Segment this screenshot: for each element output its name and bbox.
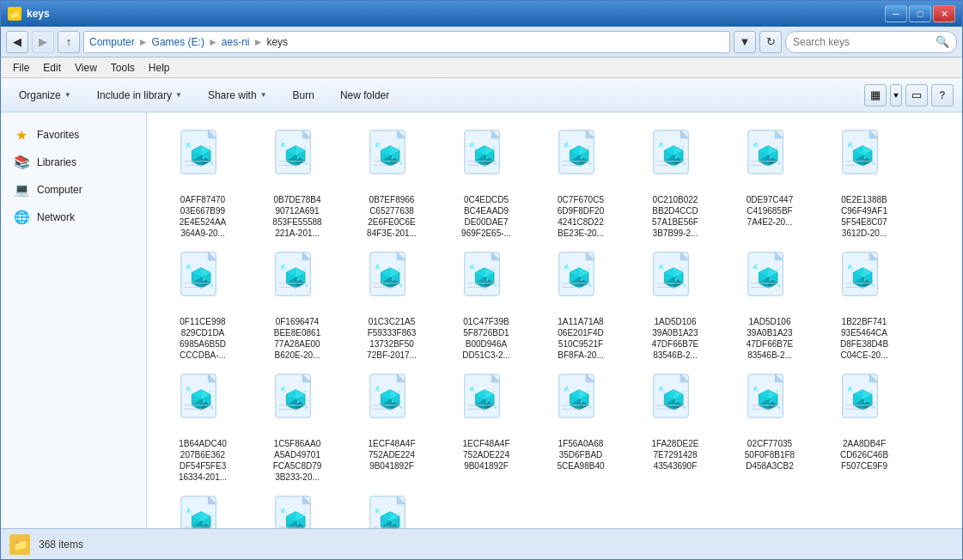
file-icon [266, 129, 328, 191]
preview-pane-button[interactable]: ▭ [905, 84, 928, 107]
file-item[interactable]: 2E73FFD219D55DBBE1C99C142D [344, 487, 439, 528]
minimize-button[interactable]: ─ [885, 5, 907, 22]
file-item[interactable]: 2AF2DEF2D834DF0FFFA2E4314EB [155, 487, 250, 528]
file-item[interactable]: 0B7DE78B490712A691853FE55588221A-201... [250, 121, 344, 243]
sidebar-item-favorites[interactable]: ★ Favorites [1, 121, 146, 149]
file-icon [550, 251, 612, 313]
file-item[interactable]: 0AFF8747003E667B992E4E524AA364A9-20... [155, 121, 250, 243]
file-label: 0C4EDCD5BC4EAAD9DE00DAE7969F2E65-... [461, 194, 511, 239]
file-item[interactable]: 0DE97C447C419685BF7A4E2-20... [722, 121, 817, 243]
share-with-dropdown-icon: ▼ [260, 91, 267, 99]
svg-point-310 [567, 389, 570, 393]
svg-point-207 [682, 268, 685, 271]
status-folder-icon: 📁 [9, 534, 30, 555]
svg-point-160 [378, 267, 381, 271]
help-button[interactable]: ? [931, 84, 954, 107]
window-title: keys [27, 8, 50, 20]
svg-point-342 [777, 390, 779, 393]
file-item[interactable]: 02CF7703550F0F8B1F8D458A3CB2 [722, 365, 817, 487]
sidebar-item-computer[interactable]: 💻 Computer [1, 176, 146, 204]
svg-point-70 [567, 145, 570, 149]
sidebar-label-favorites: Favorites [37, 129, 79, 141]
dropdown-button[interactable]: ▼ [734, 31, 756, 53]
file-item[interactable]: 1ECF48A4F752ADE2249B041892F [439, 365, 533, 487]
file-item[interactable]: 0F11CE998829CD1DA6985A6B5DCCCDBA-... [155, 243, 250, 365]
view-dropdown-button[interactable]: ▼ [890, 84, 902, 107]
file-icon [833, 373, 895, 435]
maximize-button[interactable]: □ [909, 5, 931, 22]
file-item[interactable]: 0C7F670C56D9F8DF204241C8D22BE23E-20... [533, 121, 628, 243]
sidebar-item-network[interactable]: 🌐 Network [1, 204, 146, 231]
svg-point-146 [305, 284, 308, 287]
svg-point-87 [682, 146, 685, 149]
menu-tools[interactable]: Tools [104, 60, 142, 76]
file-item[interactable]: 1B22BF74193E5464CAD8FE38D4BC04CE-20... [817, 243, 911, 365]
svg-point-26 [305, 162, 308, 165]
refresh-button[interactable]: ↻ [759, 31, 782, 53]
file-icon [361, 373, 423, 435]
file-item[interactable]: 2AA8DB4FCD626C46BF507CE9F9 [817, 365, 911, 487]
breadcrumb-games[interactable]: Games (E:) [152, 36, 204, 48]
search-box[interactable]: 🔍 [785, 31, 957, 53]
menu-edit[interactable]: Edit [36, 60, 68, 76]
back-button[interactable]: ◀ [6, 31, 28, 53]
svg-point-370 [189, 511, 192, 514]
svg-point-131 [210, 284, 213, 287]
svg-point-251 [210, 406, 213, 409]
file-area[interactable]: 0AFF8747003E667B992E4E524AA364A9-20... [147, 113, 962, 528]
search-input[interactable] [793, 36, 932, 48]
file-item[interactable]: 01C3C21A5F59333F86313732BF5072BF-2017... [344, 243, 439, 365]
breadcrumb-computer[interactable]: Computer [89, 36, 135, 48]
file-icon [739, 129, 801, 191]
forward-button[interactable]: ▶ [32, 31, 54, 53]
file-item[interactable]: 1AD5D10639A0B1A2347DF66B7E83546B-2... [628, 243, 722, 365]
main-window: 📁 keys ─ □ ✕ ◀ ▶ ↑ Computer ► Games (E:)… [0, 0, 963, 560]
breadcrumb-aes-ni[interactable]: aes-ni [222, 36, 250, 48]
svg-point-372 [210, 512, 212, 514]
include-library-button[interactable]: Include in library ▼ [88, 83, 192, 107]
svg-point-236 [872, 284, 875, 287]
file-item[interactable]: 1B64ADC40207B6E362DF54F5FE316334-201... [155, 365, 250, 487]
file-item[interactable]: 0F1696474BEE8E086177A28AE00B620E-20... [250, 243, 344, 365]
menu-view[interactable]: View [68, 60, 104, 76]
svg-point-192 [588, 268, 590, 271]
svg-point-387 [304, 512, 307, 514]
file-item[interactable]: 0C210B022BB2D4CCD57A1BE56F3B7B99-2... [628, 121, 722, 243]
up-button[interactable]: ↑ [58, 31, 80, 53]
close-button[interactable]: ✕ [933, 5, 955, 22]
file-label: 2AA8DB4FCD626C46BF507CE9F9 [840, 438, 888, 472]
toolbar: Organize ▼ Include in library ▼ Share wi… [1, 78, 962, 113]
svg-point-10 [189, 145, 192, 149]
file-item[interactable]: 1F56A0A6835D6FBAD5CEA98B40 [533, 365, 628, 487]
svg-point-56 [494, 162, 497, 165]
share-with-button[interactable]: Share with ▼ [198, 83, 277, 107]
file-icon [644, 373, 706, 435]
file-icon [739, 251, 801, 313]
file-item[interactable]: 1AD5D10639A0B1A2347DF66B7E83546B-2... [722, 243, 817, 365]
menu-help[interactable]: Help [142, 60, 177, 76]
file-label: 0E2E1388BC96F49AF15F54E8C073612D-20... [841, 194, 887, 239]
file-label: 01C3C21A5F59333F86313732BF5072BF-2017... [367, 316, 417, 361]
svg-point-71 [588, 162, 591, 165]
svg-point-265 [283, 389, 287, 393]
network-icon: 🌐 [13, 209, 30, 226]
new-folder-button[interactable]: New folder [331, 83, 399, 107]
view-toggle-button[interactable]: ▦ [864, 84, 887, 107]
file-label: 02CF7703550F0F8B1F8D458A3CB2 [745, 438, 795, 472]
file-item[interactable]: 2D6F8D47FD2605FC6102502C127 [250, 487, 344, 528]
file-item[interactable]: 0C4EDCD5BC4EAAD9DE00DAE7969F2E65-... [439, 121, 533, 243]
file-item[interactable]: 0E2E1388BC96F49AF15F54E8C073612D-20... [817, 121, 911, 243]
file-item[interactable]: 1ECF48A4F752ADE2249B041892F [344, 365, 439, 487]
menu-file[interactable]: File [6, 60, 36, 76]
organize-button[interactable]: Organize ▼ [9, 83, 81, 107]
svg-point-175 [472, 267, 476, 271]
breadcrumb-bar[interactable]: Computer ► Games (E:) ► aes-ni ► keys [83, 31, 730, 53]
burn-button[interactable]: Burn [283, 83, 324, 107]
file-item[interactable]: 1FA28DE2E7E729142843543690F [628, 365, 722, 487]
file-item[interactable]: 0B7EF8966C652776382E6FE0C6E84F3E-201... [344, 121, 439, 243]
svg-point-356 [872, 406, 875, 409]
file-item[interactable]: 1A11A71A806E201F4D510C9521FBF8FA-20... [533, 243, 628, 365]
file-item[interactable]: 1C5F86AA0A5AD49701FCA5C8D793B233-20... [250, 365, 344, 487]
file-item[interactable]: 01C47F39B5F8726BD1B00D946ADD51C3-2... [439, 243, 533, 365]
sidebar-item-libraries[interactable]: 📚 Libraries [1, 149, 146, 176]
